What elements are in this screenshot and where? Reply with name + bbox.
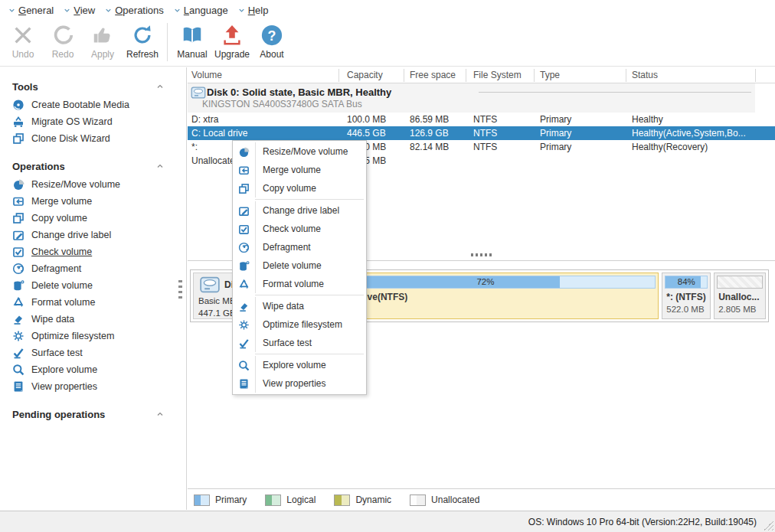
- sidebar-item-wipe-data[interactable]: Wipe data: [0, 311, 186, 328]
- undo-label: Undo: [12, 49, 34, 60]
- format-volume-icon: [12, 296, 25, 308]
- sidebar-splitter-handle[interactable]: [178, 280, 182, 303]
- apply-button[interactable]: Apply: [83, 20, 123, 64]
- refresh-icon: [130, 23, 155, 47]
- table-row-d[interactable]: D: xtra 100.0 MB 86.59 MB NTFS Primary H…: [188, 113, 775, 126]
- chevron-down-icon: [63, 6, 71, 15]
- chevron-down-icon: [237, 6, 246, 15]
- menu-language[interactable]: Language: [170, 2, 234, 18]
- menu-operations[interactable]: Operations: [101, 2, 170, 18]
- menu-view-label: View: [74, 5, 95, 16]
- merge-volume-icon: [12, 195, 25, 207]
- sidebar-item-format-volume[interactable]: Format volume: [0, 294, 186, 311]
- format-volume-icon: [238, 279, 250, 290]
- menu-operations-label: Operations: [115, 5, 164, 16]
- sidebar-item-create-bootable-media[interactable]: Create Bootable Media: [0, 96, 186, 113]
- tools-section-header[interactable]: Tools: [0, 77, 186, 96]
- sidebar-item-merge-volume[interactable]: Merge volume: [0, 193, 186, 210]
- usage-bar: 84%: [665, 276, 708, 289]
- partition-size: 522.0 MB: [666, 305, 704, 314]
- pending-operations-section-header[interactable]: Pending operations: [0, 404, 186, 424]
- surface-test-icon: [238, 338, 250, 349]
- ctx-copy-volume[interactable]: Copy volume: [233, 179, 366, 197]
- ctx-optimize-filesystem[interactable]: Optimize filesystem: [233, 315, 366, 334]
- apply-label: Apply: [91, 49, 114, 60]
- disk-drive-icon: [198, 276, 221, 293]
- sidebar-item-defragment[interactable]: Defragment: [0, 260, 186, 277]
- column-volume[interactable]: Volume: [191, 70, 222, 80]
- partition-block-unallocated[interactable]: Unalloc... 2.805 MB: [714, 273, 766, 319]
- ctx-merge-volume[interactable]: Merge volume: [233, 161, 366, 179]
- refresh-button[interactable]: Refresh: [123, 20, 162, 64]
- dynamic-color-swatch: [334, 494, 350, 506]
- sidebar-item-delete-volume[interactable]: Delete volume: [0, 277, 186, 294]
- column-type[interactable]: Type: [540, 70, 560, 80]
- partition-size: 2.805 MB: [718, 305, 756, 314]
- ctx-surface-test[interactable]: Surface test: [233, 334, 366, 352]
- sidebar-item-surface-test[interactable]: Surface test: [0, 344, 186, 361]
- menu-help[interactable]: Help: [234, 2, 275, 18]
- menu-view[interactable]: View: [60, 2, 101, 18]
- legend-logical: Logical: [265, 494, 316, 506]
- upgrade-button[interactable]: Upgrade: [212, 20, 252, 64]
- ctx-wipe-data[interactable]: Wipe data: [233, 297, 366, 315]
- resize-grip[interactable]: [764, 521, 773, 530]
- menu-general[interactable]: General: [5, 2, 60, 18]
- ctx-check-volume[interactable]: Check volume: [233, 220, 366, 238]
- primary-color-swatch: [194, 494, 210, 506]
- undo-icon: [11, 23, 35, 47]
- volume-table-header: Volume Capacity Free space File System T…: [188, 67, 775, 83]
- disk-group-rule: [479, 92, 751, 93]
- horizontal-splitter-handle[interactable]: [471, 253, 492, 256]
- column-capacity[interactable]: Capacity: [347, 70, 383, 80]
- sidebar-item-optimize-filesystem[interactable]: Optimize filesystem: [0, 328, 186, 344]
- about-button[interactable]: About: [252, 20, 292, 64]
- wipe-data-icon: [12, 313, 25, 325]
- chevron-up-icon: [155, 162, 165, 171]
- unallocated-bar: [717, 276, 763, 289]
- redo-label: Redo: [52, 49, 74, 60]
- legend-unallocated: Unallocated: [410, 494, 479, 506]
- sidebar-item-change-drive-label[interactable]: Change drive label: [0, 227, 186, 243]
- operations-section-header[interactable]: Operations: [0, 156, 186, 176]
- ctx-view-properties[interactable]: View properties: [233, 374, 366, 393]
- manual-label: Manual: [177, 49, 207, 60]
- menu-help-label: Help: [248, 5, 269, 16]
- ctx-defragment[interactable]: Defragment: [233, 238, 366, 256]
- ctx-format-volume[interactable]: Format volume: [233, 275, 366, 293]
- partition-type-legend: Primary Logical Dynamic Unallocated: [188, 488, 775, 511]
- disk-size: 447.1 GB: [198, 308, 236, 318]
- sidebar-item-resize-move-volume[interactable]: Resize/Move volume: [0, 176, 186, 193]
- apply-icon: [90, 23, 115, 47]
- sidebar-item-migrate-os-wizard[interactable]: Migrate OS Wizard: [0, 113, 186, 130]
- redo-button[interactable]: Redo: [43, 20, 83, 64]
- sidebar-item-copy-volume[interactable]: Copy volume: [0, 210, 186, 227]
- resize-move-icon: [12, 178, 25, 191]
- surface-test-icon: [12, 347, 25, 359]
- copy-volume-icon: [238, 183, 250, 194]
- tools-title: Tools: [12, 81, 38, 93]
- chevron-down-icon: [173, 6, 181, 15]
- ctx-resize-move-volume[interactable]: Resize/Move volume: [233, 142, 366, 161]
- copy-volume-icon: [12, 212, 25, 224]
- undo-button[interactable]: Undo: [3, 20, 43, 64]
- sidebar-item-explore-volume[interactable]: Explore volume: [0, 361, 186, 378]
- sidebar-item-view-properties[interactable]: View properties: [0, 378, 186, 395]
- ctx-explore-volume[interactable]: Explore volume: [233, 356, 366, 374]
- toolbar: Undo Redo Apply Refresh Manual Upgrade A…: [0, 20, 775, 67]
- disk-group-row[interactable]: Disk 0: Solid state, Basic MBR, Healthy …: [188, 83, 755, 113]
- partition-block-recovery[interactable]: 84% *: (NTFS) 522.0 MB: [662, 273, 711, 319]
- os-info-text: OS: Windows 10 Pro 64-bit (Version:22H2,…: [528, 517, 757, 527]
- column-free-space[interactable]: Free space: [410, 70, 456, 80]
- sidebar-item-clone-disk-wizard[interactable]: Clone Disk Wizard: [0, 130, 186, 147]
- column-file-system[interactable]: File System: [473, 70, 522, 80]
- change-label-icon: [238, 205, 250, 217]
- migrate-os-icon: [12, 116, 25, 128]
- ctx-delete-volume[interactable]: Delete volume: [233, 256, 366, 275]
- table-row-c-selected[interactable]: C: Local drive 446.5 GB 126.9 GB NTFS Pr…: [188, 126, 775, 140]
- column-status[interactable]: Status: [632, 70, 658, 80]
- ctx-change-drive-label[interactable]: Change drive label: [233, 201, 366, 220]
- sidebar-item-check-volume[interactable]: Check volume: [0, 243, 186, 260]
- manual-button[interactable]: Manual: [172, 20, 212, 64]
- resize-move-icon: [238, 146, 250, 158]
